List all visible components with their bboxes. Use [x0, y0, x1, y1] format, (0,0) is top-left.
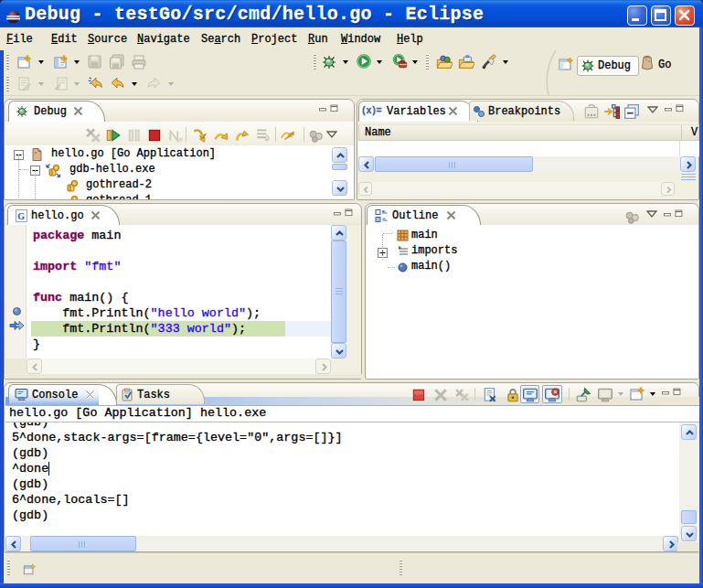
- svg-text:G: G: [17, 211, 25, 221]
